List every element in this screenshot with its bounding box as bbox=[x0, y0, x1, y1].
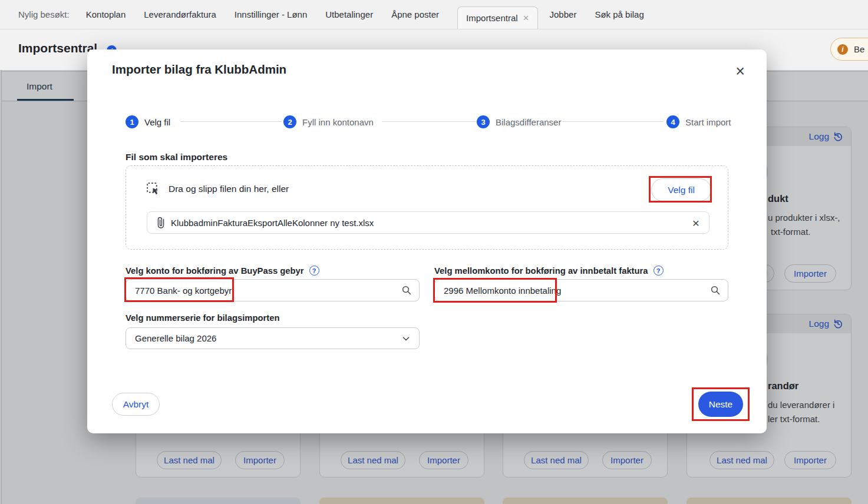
buypass-account-field bbox=[126, 279, 420, 301]
remove-file-icon[interactable]: × bbox=[692, 217, 699, 229]
nav-tab-importsentral-label: Importsentral bbox=[466, 13, 518, 23]
recently-visited-label: Nylig besøkt: bbox=[18, 9, 70, 19]
step-1-label: Velg fil bbox=[144, 117, 170, 127]
mellomkonto-field bbox=[434, 279, 728, 301]
mellomkonto-input[interactable] bbox=[434, 279, 728, 301]
page-title: Importsentral bbox=[18, 41, 97, 55]
card-description-line1: u produkter i xlsx-, bbox=[768, 213, 840, 223]
next-button[interactable]: Neste bbox=[698, 392, 743, 417]
download-template-button[interactable]: Last ned mal bbox=[341, 451, 405, 469]
step-fyll-inn-kontonavn: 2 Fyll inn kontonavn bbox=[283, 115, 374, 128]
card-title-fragment: randør bbox=[768, 380, 798, 392]
cancel-button[interactable]: Avbryt bbox=[112, 393, 160, 416]
nav-item-leverandorfaktura[interactable]: Leverandørfaktura bbox=[144, 9, 216, 19]
download-template-button[interactable]: Last ned mal bbox=[157, 451, 222, 469]
step-2-circle: 2 bbox=[283, 115, 296, 128]
history-icon bbox=[833, 131, 843, 142]
nav-item-apne-poster[interactable]: Åpne poster bbox=[391, 9, 439, 19]
nav-item-utbetalinger[interactable]: Utbetalinger bbox=[325, 9, 373, 19]
import-klubbadmin-modal: Importer bilag fra KlubbAdmin × 1 Velg f… bbox=[87, 49, 767, 433]
step-connector bbox=[562, 121, 664, 122]
step-velg-fil: 1 Velg fil bbox=[126, 115, 170, 128]
card-header-strip bbox=[687, 498, 852, 504]
step-3-circle: 3 bbox=[477, 115, 490, 128]
step-bilagsdifferanser: 3 Bilagsdifferanser bbox=[477, 115, 561, 128]
nummerserie-label: Velg nummerserie for bilagsimporten bbox=[126, 313, 279, 323]
choose-file-button[interactable]: Velg fil bbox=[651, 178, 711, 201]
warning-info-icon: i bbox=[837, 44, 848, 55]
modal-title: Importer bilag fra KlubbAdmin bbox=[112, 62, 286, 77]
download-template-button[interactable]: Last ned mal bbox=[709, 451, 774, 469]
buypass-account-label-text: Velg konto for bokføring av BuyPass geby… bbox=[126, 266, 304, 276]
log-link[interactable]: Logg bbox=[809, 319, 843, 329]
notice-button[interactable]: i Be bbox=[830, 38, 868, 61]
card-header-strip bbox=[503, 498, 668, 504]
drag-drop-icon bbox=[146, 182, 161, 197]
history-icon bbox=[833, 319, 843, 329]
help-icon[interactable]: ? bbox=[654, 266, 664, 276]
step-3-label: Bilagsdifferanser bbox=[496, 117, 561, 127]
log-link-label: Logg bbox=[809, 131, 829, 142]
chevron-down-icon bbox=[401, 334, 411, 343]
paperclip-icon bbox=[157, 217, 165, 228]
help-icon[interactable]: ? bbox=[309, 266, 319, 276]
nav-tab-importsentral-active[interactable]: Importsentral × bbox=[457, 6, 537, 29]
step-1-circle: 1 bbox=[126, 115, 138, 128]
file-dropzone[interactable]: Dra og slipp filen din her, eller Velg f… bbox=[126, 165, 728, 250]
sidebar-edge-divider bbox=[1, 70, 2, 504]
file-section-label: Fil som skal importeres bbox=[126, 152, 227, 163]
search-icon[interactable] bbox=[710, 285, 721, 296]
step-4-label: Start import bbox=[685, 117, 731, 127]
step-start-import: 4 Start import bbox=[666, 115, 731, 128]
dropzone-text: Dra og slipp filen din her, eller bbox=[169, 184, 289, 194]
buypass-account-input[interactable] bbox=[126, 279, 420, 301]
close-tab-icon[interactable]: × bbox=[523, 13, 529, 23]
mellomkonto-label: Velg mellomkonto for bokføring av innbet… bbox=[434, 266, 664, 276]
card-title-fragment: dukt bbox=[768, 193, 788, 204]
import-button[interactable]: Importer bbox=[784, 264, 836, 283]
step-4-circle: 4 bbox=[666, 115, 679, 128]
log-link-label: Logg bbox=[809, 319, 829, 329]
page: Nylig besøkt: Kontoplan Leverandørfaktur… bbox=[0, 0, 868, 504]
notice-button-label: Be bbox=[854, 44, 864, 54]
card-header-strip bbox=[136, 498, 301, 504]
selected-file-name: KlubbadminFakturaEksportAlleKolonner ny … bbox=[171, 218, 687, 228]
close-icon[interactable]: × bbox=[735, 64, 745, 79]
tab-import-underline bbox=[17, 99, 74, 101]
step-connector bbox=[382, 121, 476, 122]
card-header-strip bbox=[319, 498, 484, 504]
nav-item-kontoplan[interactable]: Kontoplan bbox=[86, 9, 126, 19]
selected-file-row: KlubbadminFakturaEksportAlleKolonner ny … bbox=[147, 211, 709, 234]
import-button[interactable]: Importer bbox=[602, 451, 652, 469]
import-button[interactable]: Importer bbox=[235, 451, 285, 469]
download-template-button[interactable]: Last ned mal bbox=[524, 451, 589, 469]
nav-item-innstillinger-lonn[interactable]: Innstillinger - Lønn bbox=[235, 9, 307, 19]
step-connector bbox=[180, 121, 282, 122]
tab-import[interactable]: Import bbox=[27, 81, 52, 92]
recently-visited-bar: Nylig besøkt: Kontoplan Leverandørfaktur… bbox=[0, 0, 868, 29]
step-2-label: Fyll inn kontonavn bbox=[302, 117, 374, 127]
nummerserie-select[interactable]: Generelle bilag 2026 bbox=[126, 327, 420, 349]
card-description-line2: txt-format. bbox=[771, 227, 811, 237]
card-description-line1: du leverandører i bbox=[768, 400, 834, 410]
mellomkonto-label-text: Velg mellomkonto for bokføring av innbet… bbox=[434, 266, 648, 276]
nav-item-sok-pa-bilag[interactable]: Søk på bilag bbox=[595, 9, 643, 19]
nummerserie-selected-value: Generelle bilag 2026 bbox=[135, 333, 216, 343]
log-link[interactable]: Logg bbox=[809, 131, 843, 142]
nav-item-jobber[interactable]: Jobber bbox=[550, 9, 577, 19]
import-button[interactable]: Importer bbox=[784, 451, 836, 469]
buypass-account-label: Velg konto for bokføring av BuyPass geby… bbox=[126, 266, 319, 276]
card-description-line2: ler txt-format. bbox=[768, 414, 820, 424]
search-icon[interactable] bbox=[401, 285, 412, 296]
import-button[interactable]: Importer bbox=[419, 451, 468, 469]
